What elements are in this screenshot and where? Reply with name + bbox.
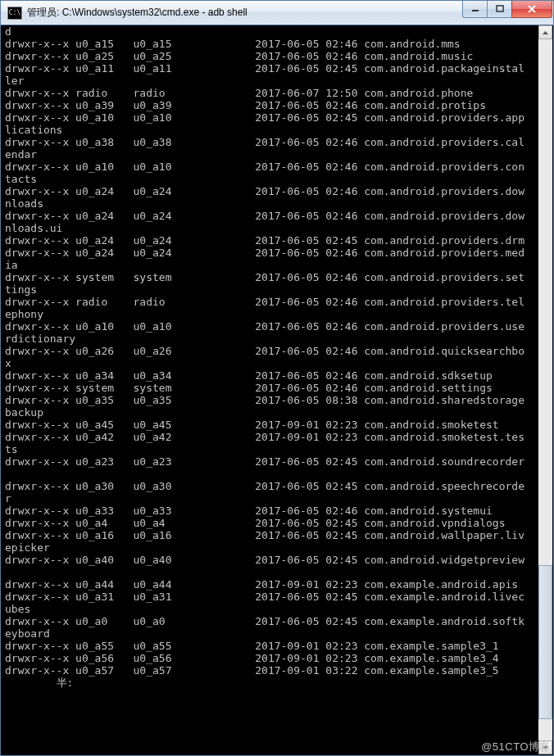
window-controls	[463, 1, 552, 17]
title-bar[interactable]: C:\ 管理员: C:\Windows\system32\cmd.exe - a…	[1, 1, 553, 25]
watermark: @51CTO博客	[481, 740, 551, 754]
cmd-window: C:\ 管理员: C:\Windows\system32\cmd.exe - a…	[0, 0, 554, 756]
svg-marker-4	[543, 31, 548, 34]
close-button[interactable]	[511, 1, 552, 18]
minimize-button[interactable]	[462, 1, 488, 18]
scroll-thumb[interactable]	[538, 565, 552, 719]
terminal-area[interactable]: d drwxr-x--x u0_a15 u0_a15 2017-06-05 02…	[2, 25, 552, 754]
maximize-button[interactable]	[487, 1, 512, 18]
scroll-track[interactable]	[538, 39, 552, 740]
cmd-icon: C:\	[7, 7, 22, 20]
scroll-up-button[interactable]	[538, 25, 552, 39]
vertical-scrollbar[interactable]	[538, 25, 552, 754]
terminal-output: d drwxr-x--x u0_a15 u0_a15 2017-06-05 02…	[2, 25, 552, 689]
window-title: 管理员: C:\Windows\system32\cmd.exe - adb s…	[27, 6, 463, 20]
svg-rect-1	[497, 6, 503, 11]
